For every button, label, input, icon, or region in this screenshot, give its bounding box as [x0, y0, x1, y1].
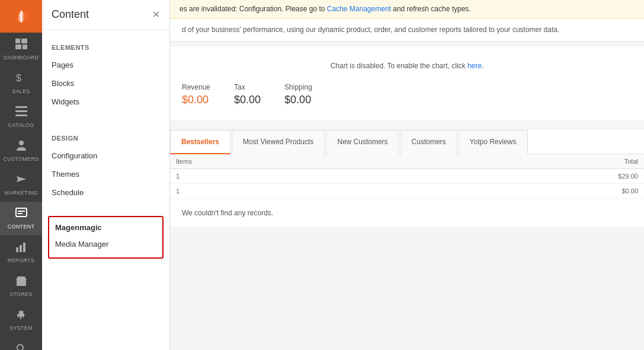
- svg-rect-18: [20, 245, 22, 252]
- row2-total: $0.00: [591, 187, 638, 195]
- drawer-widgets-item[interactable]: Widgets: [42, 93, 169, 111]
- drawer-plugin-section: Magenmagic Media Manager: [48, 216, 164, 259]
- no-records-text: We couldn't find any records.: [182, 209, 273, 217]
- svg-rect-19: [23, 243, 25, 252]
- col-total-header: Total: [591, 158, 638, 165]
- stat-revenue: Revenue $0.00: [182, 83, 210, 106]
- svg-rect-9: [15, 106, 27, 108]
- catalog-icon: [15, 106, 27, 120]
- tab-content-area: We couldn't find any records.: [170, 199, 644, 227]
- sidebar-item-dashboard-label: DASHBOARD: [4, 55, 39, 61]
- dashboard-icon: [15, 39, 27, 52]
- svg-rect-4: [15, 39, 20, 43]
- sidebar-item-system-label: SYSTEM: [9, 325, 33, 331]
- drawer-design-section: Design Configuration Themes Schedule: [42, 120, 169, 211]
- tab-yotpo-reviews[interactable]: Yotpo Reviews: [459, 130, 528, 154]
- sidebar-item-customers[interactable]: CUSTOMERS: [0, 134, 42, 168]
- svg-rect-3: [20, 11, 22, 22]
- description-text: d of your business' performance, using o…: [182, 26, 559, 34]
- sidebar-item-sales[interactable]: $ SALES: [0, 66, 42, 100]
- drawer-design-title: Design: [42, 130, 169, 147]
- cache-management-link[interactable]: Cache Management: [327, 5, 391, 13]
- sidebar-item-reports-label: REPORTS: [8, 257, 34, 263]
- sidebar-item-stores[interactable]: STORES: [0, 269, 42, 303]
- tab-bestsellers[interactable]: Bestsellers: [170, 130, 230, 154]
- tab-customers[interactable]: Customers: [401, 130, 457, 154]
- sidebar-item-marketing-label: MARKETING: [4, 190, 37, 196]
- customers-icon: [15, 140, 27, 154]
- sidebar: DASHBOARD $ SALES CATALOG CUSTOMERS MARK…: [0, 0, 42, 350]
- table-row: 1 $29.00: [170, 169, 644, 184]
- sales-icon: $: [16, 72, 27, 86]
- tax-label: Tax: [234, 83, 261, 91]
- notification-text-after: and refresh cache types.: [391, 5, 471, 13]
- section-divider: [170, 120, 644, 125]
- notification-text-before: es are invalidated: Configuration. Pleas…: [180, 5, 327, 13]
- sidebar-item-system[interactable]: SYSTEM: [0, 303, 42, 337]
- sidebar-item-reports[interactable]: REPORTS: [0, 236, 42, 269]
- shipping-label: Shipping: [284, 83, 312, 91]
- svg-rect-11: [15, 114, 27, 116]
- table-header: Items Total: [170, 154, 644, 169]
- drawer-elements-section: Elements Pages Blocks Widgets: [42, 30, 169, 120]
- tab-most-viewed[interactable]: Most Viewed Products: [232, 130, 325, 154]
- drawer-configuration-item[interactable]: Configuration: [42, 147, 169, 165]
- drawer-title: Content: [52, 8, 89, 21]
- svg-point-12: [19, 141, 24, 145]
- sidebar-item-content-label: CONTENT: [8, 224, 35, 230]
- svg-point-22: [17, 345, 23, 350]
- find-partners-icon: [15, 343, 27, 350]
- stores-icon: [15, 275, 27, 289]
- stats-row: Revenue $0.00 Tax $0.00 Shipping $0.00: [182, 76, 632, 111]
- svg-rect-7: [23, 44, 27, 49]
- tabs-bar: Bestsellers Most Viewed Products New Cus…: [170, 130, 644, 154]
- marketing-icon: [15, 174, 27, 187]
- stats-section: Chart is disabled. To enable the chart, …: [170, 46, 644, 120]
- chart-disabled-message: Chart is disabled. To enable the chart, …: [182, 56, 632, 76]
- drawer-pages-item[interactable]: Pages: [42, 56, 169, 74]
- row1-total: $29.00: [591, 173, 638, 180]
- sidebar-item-dashboard[interactable]: DASHBOARD: [0, 33, 42, 66]
- chart-enable-link[interactable]: here: [467, 62, 482, 70]
- svg-rect-20: [17, 280, 26, 286]
- revenue-label: Revenue: [182, 83, 210, 91]
- drawer-plugin-title: Magenmagic: [55, 223, 156, 232]
- row1-items: 1: [176, 173, 591, 180]
- revenue-value: $0.00: [182, 94, 210, 106]
- drawer-close-button[interactable]: ✕: [152, 9, 160, 20]
- sidebar-item-catalog-label: CATALOG: [8, 122, 34, 128]
- sidebar-item-marketing[interactable]: MARKETING: [0, 168, 42, 202]
- drawer-media-manager-item[interactable]: Media Manager: [55, 237, 156, 252]
- col-items-header: Items: [176, 158, 591, 165]
- svg-text:$: $: [16, 73, 21, 83]
- notification-bar: es are invalidated: Configuration. Pleas…: [170, 0, 644, 18]
- tax-value: $0.00: [234, 94, 261, 106]
- sidebar-logo: [0, 0, 42, 33]
- sidebar-item-content[interactable]: CONTENT: [0, 202, 42, 236]
- tabs-section: Bestsellers Most Viewed Products New Cus…: [170, 130, 644, 227]
- svg-rect-15: [18, 211, 25, 212]
- svg-rect-16: [18, 213, 23, 214]
- drawer-blocks-item[interactable]: Blocks: [42, 74, 169, 93]
- svg-rect-5: [21, 39, 27, 43]
- drawer-schedule-item[interactable]: Schedule: [42, 183, 169, 202]
- content-drawer: Content ✕ Elements Pages Blocks Widgets …: [42, 0, 170, 350]
- sidebar-item-stores-label: STORES: [9, 291, 33, 297]
- reports-icon: [15, 241, 27, 255]
- table-row: 1 $0.00: [170, 184, 644, 199]
- svg-rect-17: [16, 247, 18, 252]
- dashboard-content: d of your business' performance, using o…: [170, 18, 644, 350]
- drawer-header: Content ✕: [42, 0, 169, 30]
- sidebar-item-sales-label: SALES: [12, 88, 30, 94]
- drawer-themes-item[interactable]: Themes: [42, 165, 169, 183]
- sidebar-item-catalog[interactable]: CATALOG: [0, 100, 42, 134]
- chart-link-suffix: .: [482, 62, 483, 70]
- svg-rect-6: [15, 44, 21, 49]
- sidebar-item-find-partners[interactable]: FIND PARTNERS& EXTENSIONS: [0, 337, 42, 350]
- stat-shipping: Shipping $0.00: [284, 83, 312, 106]
- sidebar-item-customers-label: CUSTOMERS: [3, 156, 39, 162]
- svg-rect-14: [16, 208, 27, 217]
- main-area: es are invalidated: Configuration. Pleas…: [170, 0, 644, 350]
- description-bar: d of your business' performance, using o…: [170, 18, 644, 42]
- tab-new-customers[interactable]: New Customers: [326, 130, 399, 154]
